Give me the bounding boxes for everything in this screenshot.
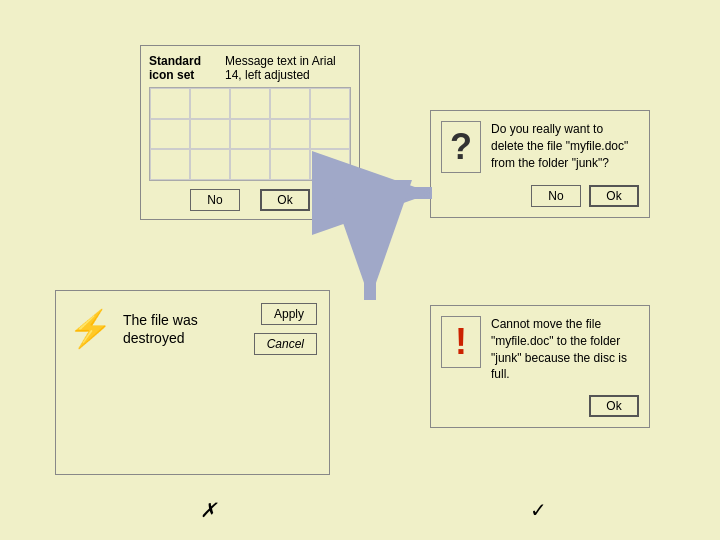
icon-cell (310, 149, 350, 180)
icon-cell (190, 88, 230, 119)
icon-cell (230, 119, 270, 150)
icon-cell (150, 119, 190, 150)
cannot-move-buttons: Ok (441, 395, 639, 417)
delete-confirm-dialog: ? Do you really want to delete the file … (430, 110, 650, 218)
icon-cell (310, 119, 350, 150)
destroyed-panel: ⚡ The file was destroyed Apply Cancel (55, 290, 330, 475)
icon-cell (230, 149, 270, 180)
delete-no-button[interactable]: No (531, 185, 581, 207)
bottom-cross: ✗ (200, 498, 217, 522)
cancel-button[interactable]: Cancel (254, 333, 317, 355)
destroyed-text: The file was destroyed (123, 311, 198, 347)
icon-cell (270, 119, 310, 150)
lightning-icon: ⚡ (68, 308, 113, 350)
cannot-move-dialog: ! Cannot move the file "myfile.doc" to t… (430, 305, 650, 428)
question-icon: ? (441, 121, 481, 173)
iconset-grid (149, 87, 351, 181)
iconset-label: Standard icon set (149, 54, 219, 83)
icon-cell (150, 149, 190, 180)
exclamation-icon: ! (441, 316, 481, 368)
cannot-move-ok-button[interactable]: Ok (589, 395, 639, 417)
icon-cell (190, 119, 230, 150)
icon-cell (270, 149, 310, 180)
delete-ok-button[interactable]: Ok (589, 185, 639, 207)
icon-cell (150, 88, 190, 119)
icon-cell (190, 149, 230, 180)
destroyed-buttons: Apply Cancel (254, 303, 317, 355)
delete-dialog-buttons: No Ok (441, 185, 639, 207)
delete-dialog-text: Do you really want to delete the file "m… (491, 121, 639, 171)
apply-button[interactable]: Apply (261, 303, 317, 325)
iconset-description: Message text in Arial 14, left adjusted (225, 54, 351, 83)
destroyed-content-row: ⚡ The file was destroyed Apply Cancel (68, 303, 317, 355)
icon-cell (230, 88, 270, 119)
cannot-move-text: Cannot move the file "myfile.doc" to the… (491, 316, 639, 383)
icon-cell (270, 88, 310, 119)
iconset-no-button[interactable]: No (190, 189, 240, 211)
iconset-ok-button[interactable]: Ok (260, 189, 310, 211)
iconset-panel: Standard icon set Message text in Arial … (140, 45, 360, 220)
icon-cell (310, 88, 350, 119)
bottom-check: ✓ (530, 498, 547, 522)
